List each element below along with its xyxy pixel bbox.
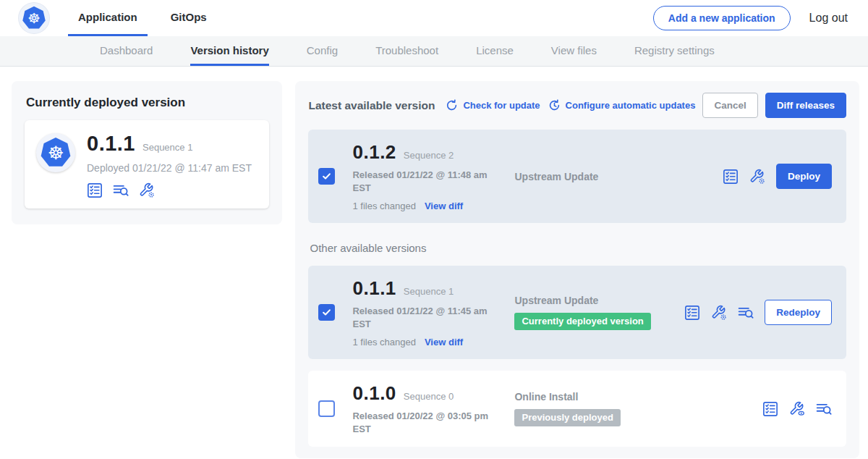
check-for-update-label: Check for update	[463, 100, 540, 111]
kubernetes-wheel-icon	[40, 137, 72, 169]
source-label: Upstream Update	[514, 295, 676, 306]
deployed-version-card: 0.1.1 Sequence 1 Deployed 01/21/22 @ 11:…	[25, 120, 269, 209]
version-actions: Redeploy	[684, 300, 836, 325]
tab-troubleshoot[interactable]: Troubleshoot	[375, 36, 438, 66]
tab-registry-settings[interactable]: Registry settings	[634, 36, 715, 66]
edit-config-icon[interactable]	[749, 169, 765, 185]
version-number: 0.1.1	[352, 277, 396, 300]
other-versions-title: Other available versions	[310, 242, 845, 254]
deployed-timestamp: Deployed 01/21/22 @ 11:47 am EST	[87, 162, 252, 174]
cancel-button[interactable]: Cancel	[702, 93, 757, 118]
panel-header: Latest available version Check for updat…	[308, 93, 846, 118]
kubernetes-wheel-icon	[22, 6, 46, 30]
view-diff-link[interactable]: View diff	[425, 337, 463, 348]
version-checkbox[interactable]	[318, 304, 335, 321]
topnav-right: Add a new application Log out	[653, 6, 848, 30]
version-actions	[762, 401, 836, 417]
currently-deployed-card: Currently deployed version 0.1.1 Sequenc…	[12, 81, 282, 224]
version-info: 0.1.1 Sequence 1 Released 01/21/22 @ 11:…	[344, 277, 497, 348]
version-info: 0.1.0 Sequence 0 Released 01/20/22 @ 03:…	[344, 382, 497, 435]
check-for-update-link[interactable]: Check for update	[445, 98, 540, 112]
version-number: 0.1.0	[352, 382, 396, 405]
view-diff-link[interactable]: View diff	[425, 201, 463, 211]
diff-releases-button[interactable]: Diff releases	[765, 93, 846, 118]
preflight-checks-icon[interactable]	[684, 305, 700, 321]
version-row-0-1-0: 0.1.0 Sequence 0 Released 01/20/22 @ 03:…	[308, 371, 846, 447]
version-row-0-1-1: 0.1.1 Sequence 1 Released 01/21/22 @ 11:…	[308, 266, 846, 359]
preflight-checks-icon[interactable]	[762, 401, 778, 417]
deploy-logs-icon[interactable]	[816, 401, 832, 417]
sequence-label: Sequence 2	[404, 150, 454, 161]
tab-config[interactable]: Config	[307, 36, 338, 66]
files-changed-label: 1 files changed	[352, 201, 415, 211]
kubernetes-logo[interactable]	[19, 3, 49, 33]
files-changed-label: 1 files changed	[352, 337, 415, 348]
currently-deployed-badge: Currently deployed version	[514, 313, 650, 330]
preflight-checks-icon[interactable]	[87, 182, 103, 198]
configure-automatic-updates-label: Configure automatic updates	[566, 100, 696, 111]
tab-version-history[interactable]: Version history	[190, 36, 268, 66]
released-timestamp: Released 01/20/22 @ 03:05 pm EST	[352, 410, 495, 435]
edit-config-icon[interactable]	[711, 305, 727, 321]
logout-link[interactable]: Log out	[809, 12, 848, 25]
version-checkbox[interactable]	[318, 400, 335, 417]
version-source: Upstream Update	[506, 171, 714, 182]
version-info: 0.1.2 Sequence 2 Released 01/21/22 @ 11:…	[344, 141, 497, 211]
app-logo	[36, 133, 75, 172]
app-sub-nav: Dashboard Version history Config Trouble…	[0, 36, 868, 67]
refresh-icon	[445, 98, 459, 112]
available-versions-panel: Latest available version Check for updat…	[295, 81, 859, 458]
checkmark-icon	[321, 171, 332, 182]
version-source: Upstream Update Currently deployed versi…	[506, 295, 676, 330]
latest-available-title: Latest available version	[308, 99, 435, 112]
clock-refresh-icon	[548, 98, 561, 112]
deploy-button[interactable]: Deploy	[776, 164, 832, 189]
configure-automatic-updates-link[interactable]: Configure automatic updates	[548, 98, 696, 112]
tab-gitops[interactable]: GitOps	[161, 0, 217, 36]
tab-license[interactable]: License	[476, 36, 514, 66]
tab-application[interactable]: Application	[68, 0, 148, 36]
version-row-0-1-2: 0.1.2 Sequence 2 Released 01/21/22 @ 11:…	[308, 130, 846, 223]
tab-dashboard[interactable]: Dashboard	[100, 36, 153, 66]
add-new-application-button[interactable]: Add a new application	[653, 6, 791, 30]
source-label: Upstream Update	[514, 171, 714, 182]
deployed-version-number: 0.1.1	[87, 132, 135, 156]
previously-deployed-badge: Previously deployed	[514, 409, 620, 426]
tab-view-files[interactable]: View files	[551, 36, 597, 66]
view-config-icon[interactable]	[789, 401, 805, 417]
version-checkbox[interactable]	[318, 168, 335, 185]
main-nav-tabs: Application GitOps	[68, 0, 230, 36]
preflight-checks-icon[interactable]	[723, 169, 739, 185]
deployed-sequence-label: Sequence 1	[142, 142, 192, 153]
version-actions: Deploy	[723, 164, 836, 189]
released-timestamp: Released 01/21/22 @ 11:48 am EST	[352, 169, 495, 194]
redeploy-button[interactable]: Redeploy	[765, 300, 832, 325]
version-source: Online Install Previously deployed	[506, 391, 754, 426]
main-content: Currently deployed version 0.1.1 Sequenc…	[0, 67, 868, 458]
deploy-logs-icon[interactable]	[113, 182, 129, 198]
source-label: Online Install	[514, 391, 754, 403]
sequence-label: Sequence 0	[404, 391, 454, 402]
deployed-card-title: Currently deployed version	[26, 96, 269, 110]
checkmark-icon	[321, 307, 332, 318]
top-nav: Application GitOps Add a new application…	[0, 0, 868, 36]
sequence-label: Sequence 1	[404, 286, 454, 297]
edit-config-icon[interactable]	[139, 182, 155, 198]
released-timestamp: Released 01/21/22 @ 11:45 am EST	[352, 305, 495, 330]
version-number: 0.1.2	[352, 141, 396, 164]
deploy-logs-icon[interactable]	[738, 305, 754, 321]
